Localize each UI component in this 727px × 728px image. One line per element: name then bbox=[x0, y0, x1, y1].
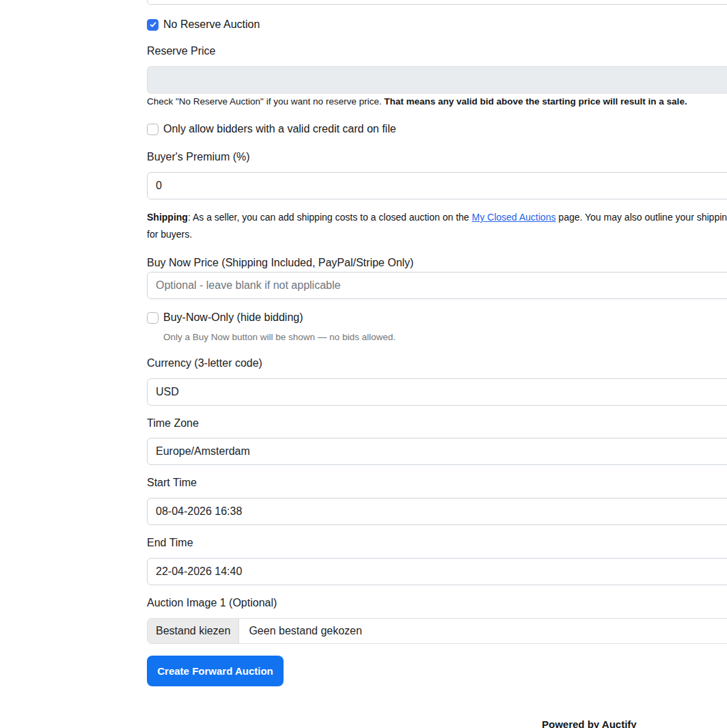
credit-card-checkbox-label: Only allow bidders with a valid credit c… bbox=[163, 123, 396, 135]
previous-field-input-partial[interactable] bbox=[147, 0, 727, 5]
buy-now-price-input[interactable] bbox=[147, 272, 727, 299]
start-time-input[interactable] bbox=[147, 498, 727, 525]
reserve-price-help: Check "No Reserve Auction" if you want n… bbox=[147, 96, 687, 107]
buyers-premium-input[interactable] bbox=[147, 172, 727, 199]
auction-create-page: No Reserve Auction Reserve Price Check "… bbox=[0, 0, 727, 728]
no-reserve-auction-checkbox[interactable] bbox=[147, 19, 159, 31]
credit-card-checkbox[interactable] bbox=[147, 124, 159, 135]
buy-now-only-checkbox-row[interactable]: Buy-Now-Only (hide bidding) bbox=[147, 311, 303, 324]
shipping-note-lead: Shipping bbox=[147, 212, 188, 223]
choose-file-button[interactable]: Bestand kiezen bbox=[148, 619, 239, 643]
reserve-price-help-bold: That means any valid bid above the start… bbox=[384, 96, 687, 107]
buy-now-only-help: Only a Buy Now button will be shown — no… bbox=[163, 332, 396, 342]
credit-card-checkbox-row[interactable]: Only allow bidders with a valid credit c… bbox=[147, 123, 396, 135]
shipping-note-line1: Shipping: As a seller, you can add shipp… bbox=[147, 209, 727, 226]
reserve-price-label: Reserve Price bbox=[147, 45, 215, 57]
shipping-note: Shipping: As a seller, you can add shipp… bbox=[147, 209, 727, 243]
start-time-label: Start Time bbox=[147, 477, 197, 488]
reserve-price-help-normal: Check "No Reserve Auction" if you want n… bbox=[147, 96, 384, 107]
my-closed-auctions-link[interactable]: My Closed Auctions bbox=[472, 212, 556, 223]
no-file-chosen-text: Geen bestand gekozen bbox=[249, 625, 361, 637]
shipping-note-after-link: page. You may also outline your shipping bbox=[555, 212, 727, 223]
shipping-note-before-link: : As a seller, you can add shipping cost… bbox=[188, 212, 472, 223]
end-time-input[interactable] bbox=[147, 558, 727, 585]
time-zone-label: Time Zone bbox=[147, 417, 199, 429]
reserve-price-input bbox=[147, 66, 727, 94]
currency-label: Currency (3-letter code) bbox=[147, 357, 262, 369]
create-forward-auction-button[interactable]: Create Forward Auction bbox=[147, 656, 284, 686]
buy-now-only-checkbox[interactable] bbox=[147, 312, 159, 324]
buy-now-only-checkbox-label: Buy-Now-Only (hide bidding) bbox=[163, 311, 303, 324]
time-zone-input[interactable] bbox=[147, 438, 727, 465]
checkmark-icon bbox=[149, 20, 157, 29]
end-time-label: End Time bbox=[147, 537, 193, 548]
currency-input[interactable] bbox=[147, 378, 727, 406]
no-reserve-auction-checkbox-row[interactable]: No Reserve Auction bbox=[147, 18, 260, 31]
buyers-premium-label: Buyer's Premium (%) bbox=[147, 151, 250, 163]
auction-image-label: Auction Image 1 (Optional) bbox=[147, 597, 277, 608]
buy-now-price-label: Buy Now Price (Shipping Included, PayPal… bbox=[147, 257, 413, 268]
no-reserve-auction-label: No Reserve Auction bbox=[163, 18, 260, 31]
powered-by-auctify-link[interactable]: Powered by Auctify bbox=[542, 718, 637, 728]
shipping-note-line2: for buyers. bbox=[147, 226, 727, 243]
auction-image-file-input[interactable]: Bestand kiezen Geen bestand gekozen bbox=[147, 618, 727, 644]
